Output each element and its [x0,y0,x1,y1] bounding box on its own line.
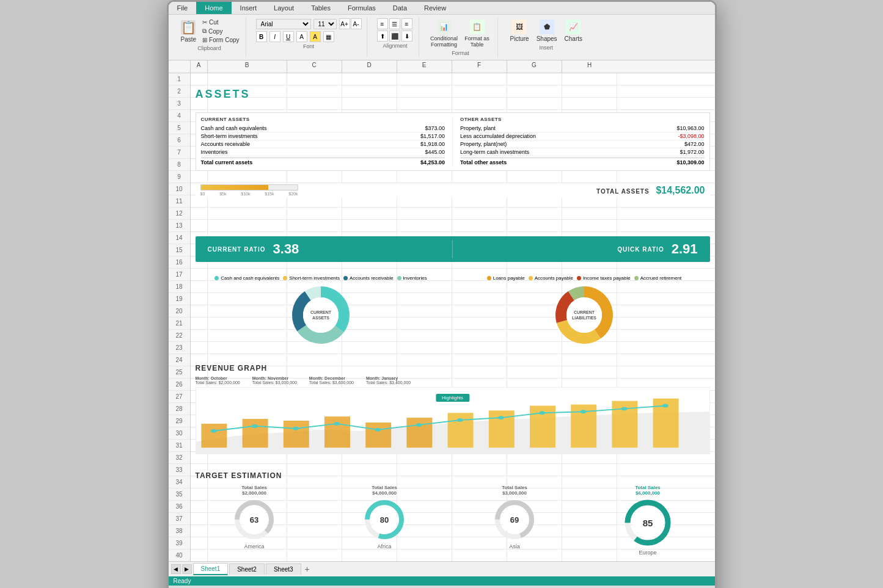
col-header-e[interactable]: E [397,60,452,73]
conditional-formatting-button[interactable]: 📊 Conditional Formatting [429,18,460,49]
col-header-b[interactable]: B [208,60,287,73]
tab-tables[interactable]: Tables [302,2,339,14]
form-copy-button[interactable]: ⊞ Form Copy [201,36,240,44]
row-num-31: 31 [169,440,190,452]
row-num-16: 16 [169,256,190,269]
tab-home[interactable]: Home [196,2,231,14]
align-left-button[interactable]: ≡ [377,18,388,29]
quick-ratio-card: QUICK RATIO 2.91 [453,236,710,262]
add-sheet-button[interactable]: + [302,564,312,574]
row-num-24: 24 [169,354,190,366]
tab-insert[interactable]: Insert [232,2,266,14]
svg-point-25 [292,427,298,430]
sheet-tab-1[interactable]: Sheet1 [193,563,229,575]
spreadsheet[interactable]: A B C D E F G H 123456789101112131415161… [169,60,715,561]
clipboard-label: Clipboard [197,45,221,51]
highlight-color-button[interactable]: A [310,31,321,42]
status-bar: Ready [169,576,715,586]
legend-inv-dot [397,276,401,280]
screen: File Home Insert Layout Tables Formulas … [169,2,715,586]
legend-ar-dot [343,276,348,280]
revenue-month-labels: Month: October Total Sales: $2,000,000 M… [196,376,710,385]
tab-formulas[interactable]: Formulas [339,2,384,14]
col-header-c[interactable]: C [287,60,342,73]
tab-file[interactable]: File [169,2,197,14]
align-right-button[interactable]: ≡ [401,18,412,29]
align-bottom-button[interactable]: ⬇ [401,31,412,42]
svg-rect-15 [365,423,391,448]
tab-review[interactable]: Review [416,2,455,14]
ratio-cards: CURRENT RATIO 3.38 QUICK RATIO 2.91 [196,236,710,262]
font-size-select[interactable]: 11 [313,19,337,29]
row-num-4: 4 [169,110,190,122]
asia-pct: 69 [510,515,519,524]
row-num-10: 10 [169,183,190,195]
italic-button[interactable]: I [269,31,280,42]
sheet-nav-prev[interactable]: ◀ [171,564,181,574]
conditional-format-icon: 📊 [437,20,452,34]
col-header-h[interactable]: H [562,60,617,73]
corner-cell [169,60,191,73]
shapes-button[interactable]: ⬟ Shapes [534,18,560,43]
america-region: America [244,543,264,550]
align-middle-button[interactable]: ⬛ [389,31,400,42]
target-africa-circle: 80 [363,498,406,541]
svg-rect-13 [283,421,309,448]
oa-row-1: Property, plant $10,963.00 [460,125,705,132]
row-num-35: 35 [169,488,190,501]
col-header-a[interactable]: A [191,60,208,73]
decrease-font-button[interactable]: A- [351,18,362,29]
font-family-select[interactable]: Arial [256,19,311,29]
tab-layout[interactable]: Layout [265,2,302,14]
sheet-tab-2[interactable]: Sheet2 [229,564,265,575]
increase-font-button[interactable]: A+ [339,18,350,29]
target-asia: Total Sales $3,000,000 [493,485,536,556]
tab-data[interactable]: Data [384,2,416,14]
progress-bar-inner [201,185,269,190]
col-header-g[interactable]: G [507,60,562,73]
row-num-12: 12 [169,208,190,220]
row-num-30: 30 [169,427,190,440]
cut-button[interactable]: ✂ Cut [201,18,240,26]
format-as-table-button[interactable]: 📋 Format as Table [462,18,493,49]
target-asia-circle: 69 [493,498,536,541]
format-label: Format [452,50,469,56]
oa-total-row: Total other assets $10,309.00 [460,158,705,167]
legend-itp: Income taxes payable [577,275,631,281]
other-assets-section: OTHER ASSETS Property, plant $10,963.00 … [452,117,705,167]
font-color-button[interactable]: A [296,31,307,42]
ca-donut-wrapper: CURRENTASSETS [290,285,351,346]
cl-donut-wrapper: CURRENTLIABILITIES [554,285,615,346]
paste-button[interactable]: 📋 Paste [178,19,199,44]
current-ratio-card: CURRENT RATIO 3.38 [196,236,453,262]
target-europe: Total Sales $6,000,000 [623,485,672,556]
legend-itp-dot [577,276,581,280]
monitor-stand [169,586,715,588]
row-num-1: 1 [169,73,190,85]
align-top-button[interactable]: ⬆ [377,31,388,42]
col-header-d[interactable]: D [342,60,397,73]
picture-button[interactable]: 🖼 Picture [508,18,532,43]
row-num-6: 6 [169,134,190,147]
borders-button[interactable]: ▦ [323,31,334,42]
row-num-21: 21 [169,318,190,330]
charts-button[interactable]: 📈 Charts [562,18,585,43]
current-assets-heading: CURRENT ASSETS [201,117,445,122]
svg-point-29 [456,418,463,422]
svg-point-31 [539,411,545,415]
sheet-nav-next[interactable]: ▶ [182,564,192,574]
col-header-f[interactable]: F [452,60,507,73]
sheet-tab-3[interactable]: Sheet3 [266,564,301,575]
month-jan: Month: January Total Sales: $3,400,000 [366,376,411,385]
copy-button[interactable]: ⧉ Copy [201,27,240,35]
underline-button[interactable]: U [283,31,294,42]
status-text: Ready [174,578,191,584]
other-assets-heading: OTHER ASSETS [460,117,705,122]
svg-rect-12 [242,419,268,448]
clipboard-group: 📋 Paste ✂ Cut ⧉ Copy [174,17,246,57]
align-center-button[interactable]: ☰ [389,18,400,29]
ca-total-row: Total current assets $4,253.00 [201,158,445,167]
legend-ap-dot [529,276,533,280]
row-num-14: 14 [169,232,190,244]
bold-button[interactable]: B [256,31,267,42]
